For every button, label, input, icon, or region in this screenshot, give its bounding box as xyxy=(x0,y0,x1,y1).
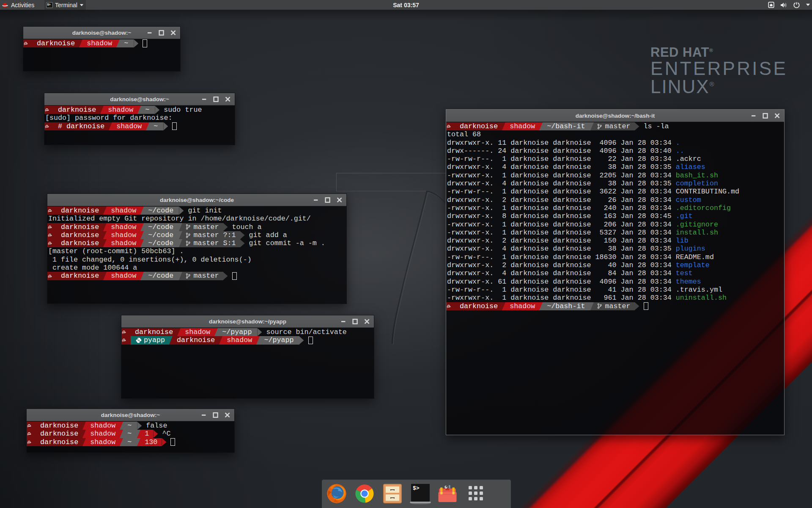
svg-text:$>: $> xyxy=(413,485,420,491)
svg-text:$>: $> xyxy=(47,3,51,6)
